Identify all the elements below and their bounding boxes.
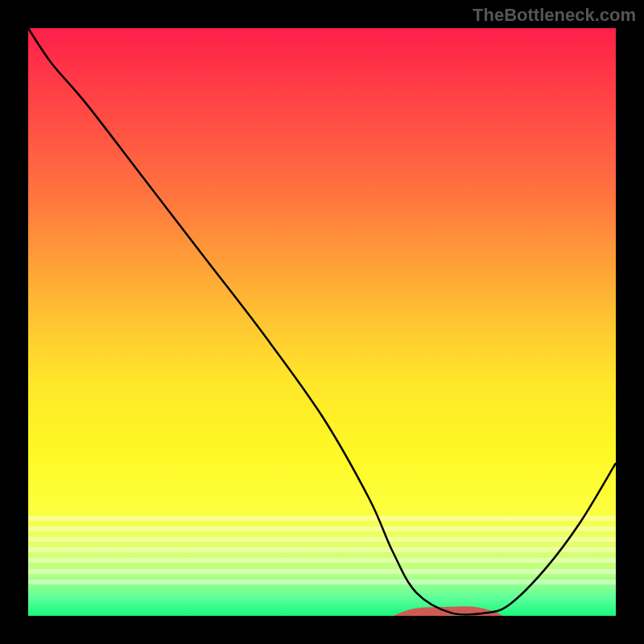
curve-svg [28,28,616,616]
plot-area [28,28,616,616]
watermark-text: TheBottleneck.com [473,5,636,26]
bottleneck-curve [28,28,616,615]
